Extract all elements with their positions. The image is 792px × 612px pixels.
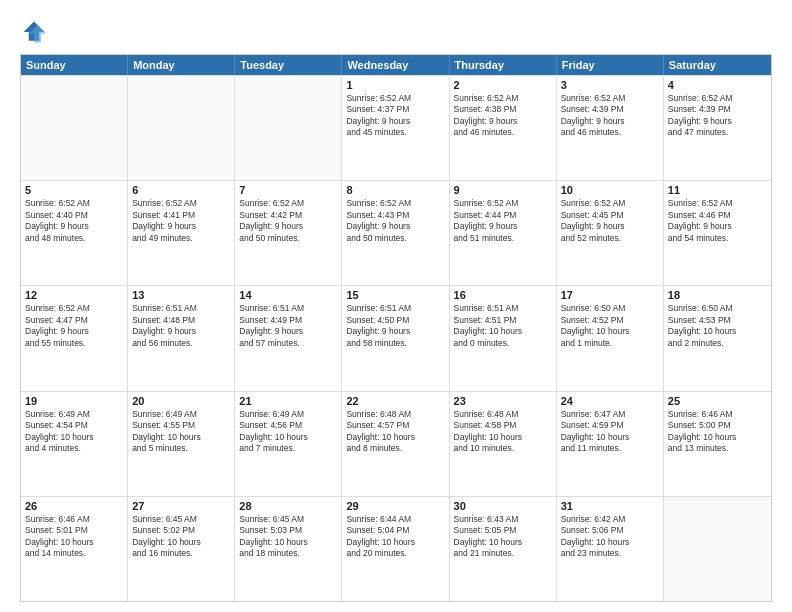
calendar-cell: 29Sunrise: 6:44 AM Sunset: 5:04 PM Dayli… <box>342 497 449 601</box>
calendar-cell: 24Sunrise: 6:47 AM Sunset: 4:59 PM Dayli… <box>557 392 664 496</box>
header-day-thursday: Thursday <box>450 55 557 75</box>
calendar-header: SundayMondayTuesdayWednesdayThursdayFrid… <box>21 55 771 75</box>
cell-day-number: 2 <box>454 79 552 91</box>
calendar-week-2: 5Sunrise: 6:52 AM Sunset: 4:40 PM Daylig… <box>21 180 771 285</box>
cell-info: Sunrise: 6:52 AM Sunset: 4:41 PM Dayligh… <box>132 198 230 244</box>
cell-info: Sunrise: 6:52 AM Sunset: 4:39 PM Dayligh… <box>668 93 767 139</box>
cell-day-number: 26 <box>25 500 123 512</box>
calendar-cell: 20Sunrise: 6:49 AM Sunset: 4:55 PM Dayli… <box>128 392 235 496</box>
cell-day-number: 6 <box>132 184 230 196</box>
cell-info: Sunrise: 6:50 AM Sunset: 4:52 PM Dayligh… <box>561 303 659 349</box>
cell-info: Sunrise: 6:50 AM Sunset: 4:53 PM Dayligh… <box>668 303 767 349</box>
calendar-cell: 10Sunrise: 6:52 AM Sunset: 4:45 PM Dayli… <box>557 181 664 285</box>
calendar-cell: 9Sunrise: 6:52 AM Sunset: 4:44 PM Daylig… <box>450 181 557 285</box>
calendar-cell: 25Sunrise: 6:46 AM Sunset: 5:00 PM Dayli… <box>664 392 771 496</box>
calendar-week-5: 26Sunrise: 6:46 AM Sunset: 5:01 PM Dayli… <box>21 496 771 601</box>
cell-day-number: 23 <box>454 395 552 407</box>
cell-day-number: 18 <box>668 289 767 301</box>
calendar-cell: 30Sunrise: 6:43 AM Sunset: 5:05 PM Dayli… <box>450 497 557 601</box>
cell-day-number: 19 <box>25 395 123 407</box>
calendar-cell: 17Sunrise: 6:50 AM Sunset: 4:52 PM Dayli… <box>557 286 664 390</box>
calendar-cell: 14Sunrise: 6:51 AM Sunset: 4:49 PM Dayli… <box>235 286 342 390</box>
calendar-cell: 4Sunrise: 6:52 AM Sunset: 4:39 PM Daylig… <box>664 76 771 180</box>
cell-info: Sunrise: 6:49 AM Sunset: 4:56 PM Dayligh… <box>239 409 337 455</box>
calendar-cell: 21Sunrise: 6:49 AM Sunset: 4:56 PM Dayli… <box>235 392 342 496</box>
cell-day-number: 9 <box>454 184 552 196</box>
cell-day-number: 1 <box>346 79 444 91</box>
cell-info: Sunrise: 6:51 AM Sunset: 4:50 PM Dayligh… <box>346 303 444 349</box>
calendar-cell: 7Sunrise: 6:52 AM Sunset: 4:42 PM Daylig… <box>235 181 342 285</box>
cell-day-number: 14 <box>239 289 337 301</box>
cell-day-number: 8 <box>346 184 444 196</box>
cell-info: Sunrise: 6:52 AM Sunset: 4:40 PM Dayligh… <box>25 198 123 244</box>
cell-info: Sunrise: 6:46 AM Sunset: 5:01 PM Dayligh… <box>25 514 123 560</box>
cell-info: Sunrise: 6:51 AM Sunset: 4:49 PM Dayligh… <box>239 303 337 349</box>
calendar-cell: 16Sunrise: 6:51 AM Sunset: 4:51 PM Dayli… <box>450 286 557 390</box>
cell-info: Sunrise: 6:51 AM Sunset: 4:48 PM Dayligh… <box>132 303 230 349</box>
cell-info: Sunrise: 6:52 AM Sunset: 4:45 PM Dayligh… <box>561 198 659 244</box>
cell-info: Sunrise: 6:46 AM Sunset: 5:00 PM Dayligh… <box>668 409 767 455</box>
cell-info: Sunrise: 6:48 AM Sunset: 4:58 PM Dayligh… <box>454 409 552 455</box>
cell-day-number: 4 <box>668 79 767 91</box>
cell-info: Sunrise: 6:52 AM Sunset: 4:44 PM Dayligh… <box>454 198 552 244</box>
cell-info: Sunrise: 6:51 AM Sunset: 4:51 PM Dayligh… <box>454 303 552 349</box>
calendar: SundayMondayTuesdayWednesdayThursdayFrid… <box>20 54 772 602</box>
cell-day-number: 30 <box>454 500 552 512</box>
calendar-cell: 15Sunrise: 6:51 AM Sunset: 4:50 PM Dayli… <box>342 286 449 390</box>
header-day-monday: Monday <box>128 55 235 75</box>
cell-info: Sunrise: 6:45 AM Sunset: 5:03 PM Dayligh… <box>239 514 337 560</box>
calendar-week-3: 12Sunrise: 6:52 AM Sunset: 4:47 PM Dayli… <box>21 285 771 390</box>
cell-info: Sunrise: 6:49 AM Sunset: 4:55 PM Dayligh… <box>132 409 230 455</box>
cell-info: Sunrise: 6:52 AM Sunset: 4:42 PM Dayligh… <box>239 198 337 244</box>
calendar-cell: 31Sunrise: 6:42 AM Sunset: 5:06 PM Dayli… <box>557 497 664 601</box>
calendar-week-1: 1Sunrise: 6:52 AM Sunset: 4:37 PM Daylig… <box>21 75 771 180</box>
cell-day-number: 12 <box>25 289 123 301</box>
calendar-cell: 2Sunrise: 6:52 AM Sunset: 4:38 PM Daylig… <box>450 76 557 180</box>
logo-icon <box>20 18 48 46</box>
cell-info: Sunrise: 6:47 AM Sunset: 4:59 PM Dayligh… <box>561 409 659 455</box>
cell-day-number: 29 <box>346 500 444 512</box>
cell-day-number: 28 <box>239 500 337 512</box>
header-day-wednesday: Wednesday <box>342 55 449 75</box>
cell-info: Sunrise: 6:52 AM Sunset: 4:47 PM Dayligh… <box>25 303 123 349</box>
calendar-week-4: 19Sunrise: 6:49 AM Sunset: 4:54 PM Dayli… <box>21 391 771 496</box>
calendar-cell: 26Sunrise: 6:46 AM Sunset: 5:01 PM Dayli… <box>21 497 128 601</box>
cell-info: Sunrise: 6:52 AM Sunset: 4:43 PM Dayligh… <box>346 198 444 244</box>
header-day-saturday: Saturday <box>664 55 771 75</box>
cell-info: Sunrise: 6:44 AM Sunset: 5:04 PM Dayligh… <box>346 514 444 560</box>
calendar-cell: 18Sunrise: 6:50 AM Sunset: 4:53 PM Dayli… <box>664 286 771 390</box>
cell-day-number: 3 <box>561 79 659 91</box>
cell-day-number: 24 <box>561 395 659 407</box>
cell-day-number: 20 <box>132 395 230 407</box>
cell-day-number: 11 <box>668 184 767 196</box>
cell-day-number: 25 <box>668 395 767 407</box>
calendar-cell: 1Sunrise: 6:52 AM Sunset: 4:37 PM Daylig… <box>342 76 449 180</box>
cell-day-number: 5 <box>25 184 123 196</box>
cell-info: Sunrise: 6:52 AM Sunset: 4:38 PM Dayligh… <box>454 93 552 139</box>
cell-day-number: 21 <box>239 395 337 407</box>
calendar-cell <box>664 497 771 601</box>
cell-info: Sunrise: 6:48 AM Sunset: 4:57 PM Dayligh… <box>346 409 444 455</box>
cell-info: Sunrise: 6:52 AM Sunset: 4:37 PM Dayligh… <box>346 93 444 139</box>
cell-day-number: 27 <box>132 500 230 512</box>
calendar-cell: 11Sunrise: 6:52 AM Sunset: 4:46 PM Dayli… <box>664 181 771 285</box>
logo <box>20 18 52 46</box>
cell-info: Sunrise: 6:52 AM Sunset: 4:39 PM Dayligh… <box>561 93 659 139</box>
page: SundayMondayTuesdayWednesdayThursdayFrid… <box>0 0 792 612</box>
calendar-cell: 12Sunrise: 6:52 AM Sunset: 4:47 PM Dayli… <box>21 286 128 390</box>
header <box>20 18 772 46</box>
cell-day-number: 31 <box>561 500 659 512</box>
calendar-cell: 27Sunrise: 6:45 AM Sunset: 5:02 PM Dayli… <box>128 497 235 601</box>
cell-day-number: 15 <box>346 289 444 301</box>
calendar-cell <box>235 76 342 180</box>
cell-info: Sunrise: 6:45 AM Sunset: 5:02 PM Dayligh… <box>132 514 230 560</box>
calendar-cell: 28Sunrise: 6:45 AM Sunset: 5:03 PM Dayli… <box>235 497 342 601</box>
calendar-body: 1Sunrise: 6:52 AM Sunset: 4:37 PM Daylig… <box>21 75 771 601</box>
cell-day-number: 13 <box>132 289 230 301</box>
calendar-cell <box>128 76 235 180</box>
calendar-cell: 5Sunrise: 6:52 AM Sunset: 4:40 PM Daylig… <box>21 181 128 285</box>
cell-info: Sunrise: 6:49 AM Sunset: 4:54 PM Dayligh… <box>25 409 123 455</box>
cell-day-number: 17 <box>561 289 659 301</box>
calendar-cell: 3Sunrise: 6:52 AM Sunset: 4:39 PM Daylig… <box>557 76 664 180</box>
cell-day-number: 10 <box>561 184 659 196</box>
